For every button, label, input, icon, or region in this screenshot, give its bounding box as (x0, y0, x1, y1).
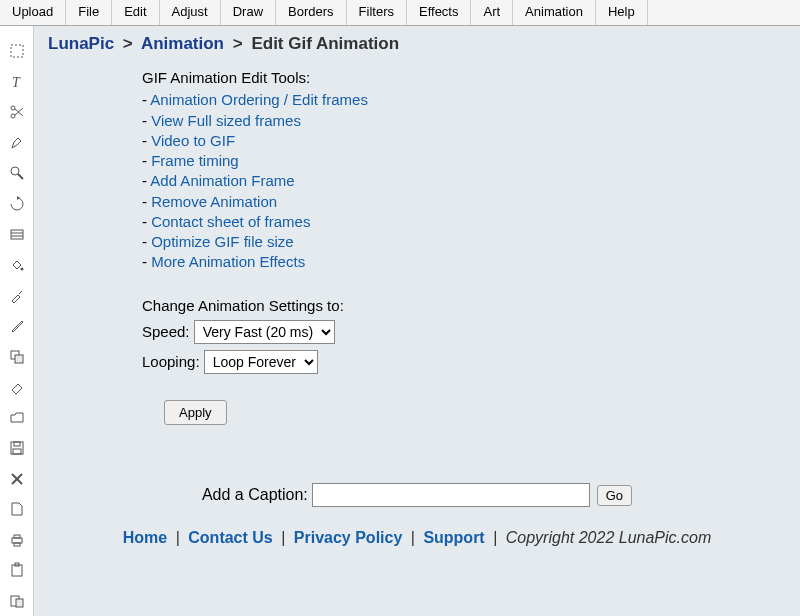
link-timing[interactable]: Frame timing (151, 152, 239, 169)
breadcrumb: LunaPic > Animation > Edit Gif Animation (48, 34, 786, 68)
link-remove[interactable]: Remove Animation (151, 193, 277, 210)
menu-borders[interactable]: Borders (276, 0, 347, 25)
tool-link-row: - View Full sized frames (142, 111, 786, 131)
open-folder-icon[interactable] (6, 407, 28, 428)
grid-icon[interactable] (6, 224, 28, 245)
footer-sep: | (281, 529, 285, 546)
svg-point-2 (11, 114, 15, 118)
breadcrumb-current: Edit Gif Animation (251, 34, 399, 53)
brush-icon[interactable] (6, 316, 28, 337)
svg-rect-17 (12, 538, 22, 543)
footer: Home | Contact Us | Privacy Policy | Sup… (48, 529, 786, 547)
tool-sidebar: T (0, 26, 34, 616)
footer-privacy[interactable]: Privacy Policy (294, 529, 403, 546)
scissors-icon[interactable] (6, 102, 28, 123)
caption-row: Add a Caption: Go (48, 483, 786, 507)
save-icon[interactable] (6, 438, 28, 459)
menu-adjust[interactable]: Adjust (160, 0, 221, 25)
breadcrumb-section[interactable]: Animation (141, 34, 224, 53)
link-more-fx[interactable]: More Animation Effects (151, 253, 305, 270)
document-icon[interactable] (6, 499, 28, 520)
svg-point-9 (20, 267, 23, 270)
menu-help[interactable]: Help (596, 0, 648, 25)
settings-block: Change Animation Settings to: Speed: Ver… (142, 297, 786, 374)
tool-link-row: - Add Animation Frame (142, 171, 786, 191)
tool-link-row: - Contact sheet of frames (142, 212, 786, 232)
go-button[interactable]: Go (597, 485, 632, 506)
select-icon[interactable] (6, 41, 28, 62)
link-ordering[interactable]: Animation Ordering / Edit frames (150, 91, 368, 108)
svg-text:T: T (12, 75, 21, 90)
menu-upload[interactable]: Upload (0, 0, 66, 25)
breadcrumb-sep-2: > (233, 34, 243, 53)
tool-link-row: - More Animation Effects (142, 252, 786, 272)
rotate-icon[interactable] (6, 194, 28, 215)
tool-link-row: - Remove Animation (142, 192, 786, 212)
svg-rect-6 (11, 230, 23, 239)
footer-sep: | (176, 529, 180, 546)
footer-support[interactable]: Support (423, 529, 484, 546)
menu-filters[interactable]: Filters (347, 0, 407, 25)
pen-icon[interactable] (6, 133, 28, 154)
svg-rect-0 (11, 45, 23, 57)
svg-rect-19 (14, 543, 20, 546)
zoom-icon[interactable] (6, 163, 28, 184)
svg-line-5 (18, 174, 23, 179)
menu-draw[interactable]: Draw (221, 0, 276, 25)
tool-link-row: - Optimize GIF file size (142, 232, 786, 252)
svg-rect-14 (13, 449, 21, 454)
caption-input[interactable] (312, 483, 590, 507)
erase-icon[interactable] (6, 377, 28, 398)
svg-rect-11 (15, 355, 23, 363)
caption-label: Add a Caption: (202, 486, 308, 503)
speed-select[interactable]: Very Fast (20 ms) (194, 320, 335, 344)
svg-rect-18 (14, 535, 20, 538)
gif-tools-title: GIF Animation Edit Tools: (142, 68, 786, 88)
link-video-gif[interactable]: Video to GIF (151, 132, 235, 149)
menu-edit[interactable]: Edit (112, 0, 159, 25)
tool-link-row: - Video to GIF (142, 131, 786, 151)
svg-point-3 (11, 106, 15, 110)
footer-home[interactable]: Home (123, 529, 167, 546)
gif-tools-block: GIF Animation Edit Tools: - Animation Or… (142, 68, 786, 273)
link-add-frame[interactable]: Add Animation Frame (150, 172, 294, 189)
footer-copyright: Copyright 2022 LunaPic.com (506, 529, 711, 546)
copy-icon[interactable] (6, 346, 28, 367)
svg-rect-23 (16, 599, 23, 607)
breadcrumb-sep-1: > (123, 34, 133, 53)
print-icon[interactable] (6, 530, 28, 551)
bucket-icon[interactable] (6, 255, 28, 276)
breadcrumb-site[interactable]: LunaPic (48, 34, 114, 53)
speed-label: Speed: (142, 323, 190, 340)
clipboard-icon[interactable] (6, 591, 28, 612)
looping-select[interactable]: Loop Forever (204, 350, 318, 374)
apply-button[interactable]: Apply (164, 400, 227, 425)
menu-art[interactable]: Art (471, 0, 513, 25)
svg-rect-20 (12, 565, 22, 576)
text-icon[interactable]: T (6, 72, 28, 93)
eyedropper-icon[interactable] (6, 285, 28, 306)
svg-point-4 (11, 167, 19, 175)
looping-label: Looping: (142, 353, 200, 370)
settings-heading: Change Animation Settings to: (142, 297, 786, 314)
close-icon[interactable] (6, 468, 28, 489)
footer-sep: | (493, 529, 497, 546)
link-fullsize[interactable]: View Full sized frames (151, 112, 301, 129)
link-optimize[interactable]: Optimize GIF file size (151, 233, 294, 250)
menu-animation[interactable]: Animation (513, 0, 596, 25)
footer-contact[interactable]: Contact Us (188, 529, 272, 546)
menu-file[interactable]: File (66, 0, 112, 25)
main-content: LunaPic > Animation > Edit Gif Animation… (34, 26, 800, 616)
menubar: Upload File Edit Adjust Draw Borders Fil… (0, 0, 800, 26)
tool-link-row: - Animation Ordering / Edit frames (142, 90, 786, 110)
menu-effects[interactable]: Effects (407, 0, 472, 25)
footer-sep: | (411, 529, 415, 546)
paste-icon[interactable] (6, 560, 28, 581)
link-contact[interactable]: Contact sheet of frames (151, 213, 310, 230)
tool-link-row: - Frame timing (142, 151, 786, 171)
svg-rect-13 (14, 442, 20, 446)
